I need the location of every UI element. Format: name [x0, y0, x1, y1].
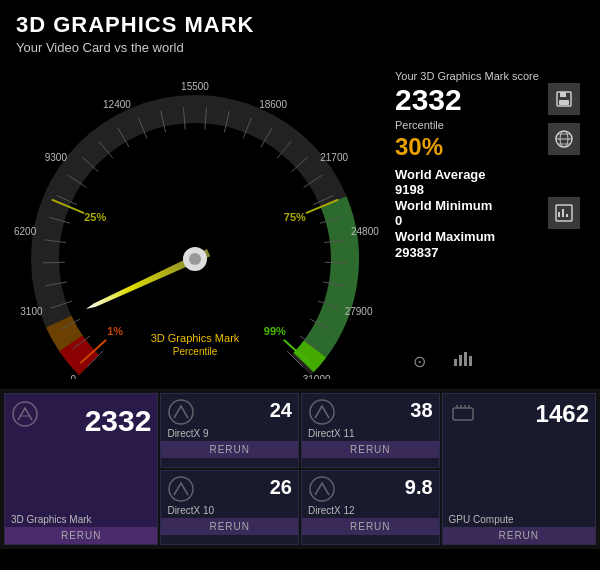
dx9-dx10-column: 24 DirectX 9 RERUN 26 DirectX 10 RERUN	[160, 393, 299, 545]
dx10-score-value: 26	[199, 477, 292, 497]
gpu-compute-card: 1462 GPU Compute RERUN	[442, 393, 596, 545]
svg-point-18	[169, 477, 193, 501]
svg-point-16	[13, 402, 37, 426]
gauge-canvas	[10, 59, 390, 379]
score-row: Your 3D Graphics Mark score 2332	[395, 69, 580, 116]
svg-point-19	[310, 400, 334, 424]
dx12-card: 9.8 DirectX 12 RERUN	[301, 470, 440, 545]
percentile-block: Percentile 30%	[395, 118, 444, 160]
gpu-score-value: 1462	[481, 402, 589, 426]
world-average-value: 9198	[395, 182, 538, 198]
main-score-value: 2332	[43, 406, 151, 436]
chart-icon	[453, 351, 473, 371]
dx12-card-top: 9.8	[302, 471, 439, 505]
svg-rect-2	[559, 100, 569, 105]
main-content: Your 3D Graphics Mark score 2332 Percent…	[0, 59, 600, 389]
world-maximum-label-text: World Maximum	[395, 229, 538, 245]
score-value: 2332	[395, 83, 542, 116]
svg-rect-13	[459, 355, 462, 366]
percentile-row: Percentile 30%	[395, 118, 580, 160]
dx12-score-label: DirectX 12	[302, 505, 439, 518]
dx11-card-top: 38	[302, 394, 439, 428]
world-minimum-value: 0	[395, 213, 538, 229]
gpu-rerun-button[interactable]: RERUN	[443, 527, 595, 544]
gauge-area	[10, 59, 390, 389]
svg-rect-15	[469, 356, 472, 366]
dx9-score-value: 24	[199, 400, 292, 420]
dx12-rerun-button[interactable]: RERUN	[302, 518, 439, 535]
dx9-card-icon	[167, 398, 195, 426]
svg-point-17	[169, 400, 193, 424]
gpu-score-label: GPU Compute	[443, 514, 595, 527]
main-card-top: 2332	[5, 394, 157, 514]
bottom-action-icons: ⊙	[395, 335, 477, 379]
header-section: 3D GRAPHICS MARK Your Video Card vs the …	[0, 0, 600, 59]
world-minimum-label-text: World Minimum	[395, 198, 538, 214]
svg-rect-14	[464, 352, 467, 366]
percentile-label: Percentile	[395, 118, 444, 132]
main-score-label: 3D Graphics Mark	[5, 514, 157, 527]
score-label: Your 3D Graphics Mark score	[395, 69, 542, 83]
svg-point-20	[310, 477, 334, 501]
score-info: Your 3D Graphics Mark score 2332 Percent…	[395, 69, 580, 260]
world-stats-icon-button[interactable]	[548, 197, 580, 229]
main-rerun-button[interactable]: RERUN	[5, 527, 157, 544]
page-title: 3D GRAPHICS MARK	[16, 12, 584, 38]
dx9-score-label: DirectX 9	[161, 428, 298, 441]
gpu-card-top: 1462	[443, 394, 595, 514]
dx11-dx12-column: 38 DirectX 11 RERUN 9.8 DirectX 12 RERUN	[301, 393, 440, 545]
score-cards-section: 2332 3D Graphics Mark RERUN 24 DirectX 9…	[0, 389, 600, 549]
refresh-icon-button[interactable]: ⊙	[405, 347, 433, 375]
gpu-card-icon	[449, 400, 477, 428]
world-maximum-label: World Maximum 293837	[395, 229, 538, 260]
dx10-score-label: DirectX 10	[161, 505, 298, 518]
dx10-card-icon	[167, 475, 195, 503]
chart-icon-button[interactable]	[449, 347, 477, 375]
world-compare-button[interactable]	[548, 123, 580, 155]
svg-rect-1	[560, 92, 566, 97]
world-average-label-text: World Average	[395, 167, 538, 183]
save-score-button[interactable]	[548, 83, 580, 115]
main-card-icon	[11, 400, 39, 428]
main-score-card: 2332 3D Graphics Mark RERUN	[4, 393, 158, 545]
dx12-card-icon	[308, 475, 336, 503]
world-stats-section: World Average 9198 World Minimum 0 World…	[395, 167, 580, 261]
svg-rect-12	[454, 359, 457, 366]
world-minimum-label: World Minimum 0	[395, 198, 538, 229]
dx9-rerun-button[interactable]: RERUN	[161, 441, 298, 458]
world-maximum-value: 293837	[395, 245, 538, 261]
dx11-score-label: DirectX 11	[302, 428, 439, 441]
world-average-label: World Average 9198	[395, 167, 538, 198]
percentile-value: 30%	[395, 133, 444, 161]
dx11-card: 38 DirectX 11 RERUN	[301, 393, 440, 468]
dx11-rerun-button[interactable]: RERUN	[302, 441, 439, 458]
dx11-score-value: 38	[340, 400, 433, 420]
world-stats-block: World Average 9198 World Minimum 0 World…	[395, 167, 538, 261]
page-subtitle: Your Video Card vs the world	[16, 40, 584, 55]
score-block: Your 3D Graphics Mark score 2332	[395, 69, 542, 116]
dx11-card-icon	[308, 398, 336, 426]
dx9-card-top: 24	[161, 394, 298, 428]
dx9-card: 24 DirectX 9 RERUN	[160, 393, 299, 468]
dx10-card-top: 26	[161, 471, 298, 505]
dx12-score-value: 9.8	[340, 477, 433, 497]
refresh-icon: ⊙	[413, 352, 426, 371]
dx10-rerun-button[interactable]: RERUN	[161, 518, 298, 535]
dx10-card: 26 DirectX 10 RERUN	[160, 470, 299, 545]
right-panel: Your 3D Graphics Mark score 2332 Percent…	[390, 59, 590, 389]
bottom-icons-row: ⊙	[405, 343, 477, 379]
svg-rect-21	[453, 408, 473, 420]
